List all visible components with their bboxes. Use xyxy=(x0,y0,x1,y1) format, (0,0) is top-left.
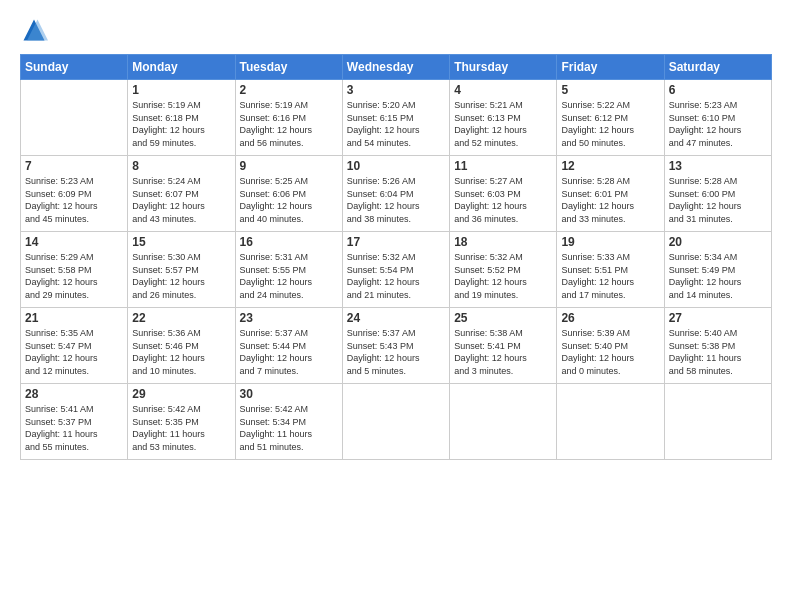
day-number: 10 xyxy=(347,159,445,173)
cell-content: Sunrise: 5:32 AM Sunset: 5:54 PM Dayligh… xyxy=(347,251,445,301)
calendar-cell: 19Sunrise: 5:33 AM Sunset: 5:51 PM Dayli… xyxy=(557,232,664,308)
calendar-week-row: 1Sunrise: 5:19 AM Sunset: 6:18 PM Daylig… xyxy=(21,80,772,156)
calendar-cell: 7Sunrise: 5:23 AM Sunset: 6:09 PM Daylig… xyxy=(21,156,128,232)
calendar-cell: 30Sunrise: 5:42 AM Sunset: 5:34 PM Dayli… xyxy=(235,384,342,460)
header xyxy=(20,16,772,44)
weekday-header: Thursday xyxy=(450,55,557,80)
logo-icon xyxy=(20,16,48,44)
cell-content: Sunrise: 5:39 AM Sunset: 5:40 PM Dayligh… xyxy=(561,327,659,377)
cell-content: Sunrise: 5:37 AM Sunset: 5:44 PM Dayligh… xyxy=(240,327,338,377)
weekday-header: Tuesday xyxy=(235,55,342,80)
cell-content: Sunrise: 5:20 AM Sunset: 6:15 PM Dayligh… xyxy=(347,99,445,149)
calendar-cell: 22Sunrise: 5:36 AM Sunset: 5:46 PM Dayli… xyxy=(128,308,235,384)
calendar-cell: 23Sunrise: 5:37 AM Sunset: 5:44 PM Dayli… xyxy=(235,308,342,384)
calendar-cell xyxy=(664,384,771,460)
weekday-header: Monday xyxy=(128,55,235,80)
cell-content: Sunrise: 5:38 AM Sunset: 5:41 PM Dayligh… xyxy=(454,327,552,377)
calendar-cell: 4Sunrise: 5:21 AM Sunset: 6:13 PM Daylig… xyxy=(450,80,557,156)
calendar-week-row: 7Sunrise: 5:23 AM Sunset: 6:09 PM Daylig… xyxy=(21,156,772,232)
day-number: 23 xyxy=(240,311,338,325)
cell-content: Sunrise: 5:35 AM Sunset: 5:47 PM Dayligh… xyxy=(25,327,123,377)
calendar-cell xyxy=(450,384,557,460)
calendar-cell: 18Sunrise: 5:32 AM Sunset: 5:52 PM Dayli… xyxy=(450,232,557,308)
calendar-table: SundayMondayTuesdayWednesdayThursdayFrid… xyxy=(20,54,772,460)
cell-content: Sunrise: 5:27 AM Sunset: 6:03 PM Dayligh… xyxy=(454,175,552,225)
cell-content: Sunrise: 5:19 AM Sunset: 6:16 PM Dayligh… xyxy=(240,99,338,149)
cell-content: Sunrise: 5:21 AM Sunset: 6:13 PM Dayligh… xyxy=(454,99,552,149)
cell-content: Sunrise: 5:30 AM Sunset: 5:57 PM Dayligh… xyxy=(132,251,230,301)
day-number: 30 xyxy=(240,387,338,401)
calendar-cell: 26Sunrise: 5:39 AM Sunset: 5:40 PM Dayli… xyxy=(557,308,664,384)
calendar-cell: 29Sunrise: 5:42 AM Sunset: 5:35 PM Dayli… xyxy=(128,384,235,460)
day-number: 15 xyxy=(132,235,230,249)
calendar-cell xyxy=(557,384,664,460)
calendar-cell: 1Sunrise: 5:19 AM Sunset: 6:18 PM Daylig… xyxy=(128,80,235,156)
cell-content: Sunrise: 5:29 AM Sunset: 5:58 PM Dayligh… xyxy=(25,251,123,301)
logo xyxy=(20,16,52,44)
calendar-cell: 8Sunrise: 5:24 AM Sunset: 6:07 PM Daylig… xyxy=(128,156,235,232)
cell-content: Sunrise: 5:41 AM Sunset: 5:37 PM Dayligh… xyxy=(25,403,123,453)
calendar-cell: 21Sunrise: 5:35 AM Sunset: 5:47 PM Dayli… xyxy=(21,308,128,384)
day-number: 4 xyxy=(454,83,552,97)
calendar-cell: 17Sunrise: 5:32 AM Sunset: 5:54 PM Dayli… xyxy=(342,232,449,308)
calendar-cell: 3Sunrise: 5:20 AM Sunset: 6:15 PM Daylig… xyxy=(342,80,449,156)
weekday-header: Saturday xyxy=(664,55,771,80)
day-number: 26 xyxy=(561,311,659,325)
cell-content: Sunrise: 5:32 AM Sunset: 5:52 PM Dayligh… xyxy=(454,251,552,301)
cell-content: Sunrise: 5:31 AM Sunset: 5:55 PM Dayligh… xyxy=(240,251,338,301)
day-number: 27 xyxy=(669,311,767,325)
calendar-cell xyxy=(342,384,449,460)
cell-content: Sunrise: 5:24 AM Sunset: 6:07 PM Dayligh… xyxy=(132,175,230,225)
calendar-cell: 9Sunrise: 5:25 AM Sunset: 6:06 PM Daylig… xyxy=(235,156,342,232)
cell-content: Sunrise: 5:36 AM Sunset: 5:46 PM Dayligh… xyxy=(132,327,230,377)
calendar-cell: 12Sunrise: 5:28 AM Sunset: 6:01 PM Dayli… xyxy=(557,156,664,232)
calendar-cell: 2Sunrise: 5:19 AM Sunset: 6:16 PM Daylig… xyxy=(235,80,342,156)
day-number: 2 xyxy=(240,83,338,97)
day-number: 25 xyxy=(454,311,552,325)
calendar-cell: 5Sunrise: 5:22 AM Sunset: 6:12 PM Daylig… xyxy=(557,80,664,156)
calendar-cell: 27Sunrise: 5:40 AM Sunset: 5:38 PM Dayli… xyxy=(664,308,771,384)
cell-content: Sunrise: 5:25 AM Sunset: 6:06 PM Dayligh… xyxy=(240,175,338,225)
cell-content: Sunrise: 5:19 AM Sunset: 6:18 PM Dayligh… xyxy=(132,99,230,149)
day-number: 5 xyxy=(561,83,659,97)
cell-content: Sunrise: 5:33 AM Sunset: 5:51 PM Dayligh… xyxy=(561,251,659,301)
calendar-cell: 25Sunrise: 5:38 AM Sunset: 5:41 PM Dayli… xyxy=(450,308,557,384)
calendar-cell: 11Sunrise: 5:27 AM Sunset: 6:03 PM Dayli… xyxy=(450,156,557,232)
day-number: 17 xyxy=(347,235,445,249)
day-number: 21 xyxy=(25,311,123,325)
calendar-cell: 24Sunrise: 5:37 AM Sunset: 5:43 PM Dayli… xyxy=(342,308,449,384)
page: SundayMondayTuesdayWednesdayThursdayFrid… xyxy=(0,0,792,612)
calendar-week-row: 14Sunrise: 5:29 AM Sunset: 5:58 PM Dayli… xyxy=(21,232,772,308)
day-number: 29 xyxy=(132,387,230,401)
day-number: 1 xyxy=(132,83,230,97)
calendar-cell: 28Sunrise: 5:41 AM Sunset: 5:37 PM Dayli… xyxy=(21,384,128,460)
calendar-header-row: SundayMondayTuesdayWednesdayThursdayFrid… xyxy=(21,55,772,80)
day-number: 19 xyxy=(561,235,659,249)
weekday-header: Friday xyxy=(557,55,664,80)
calendar-cell: 16Sunrise: 5:31 AM Sunset: 5:55 PM Dayli… xyxy=(235,232,342,308)
day-number: 18 xyxy=(454,235,552,249)
cell-content: Sunrise: 5:34 AM Sunset: 5:49 PM Dayligh… xyxy=(669,251,767,301)
cell-content: Sunrise: 5:23 AM Sunset: 6:10 PM Dayligh… xyxy=(669,99,767,149)
cell-content: Sunrise: 5:28 AM Sunset: 6:01 PM Dayligh… xyxy=(561,175,659,225)
day-number: 24 xyxy=(347,311,445,325)
cell-content: Sunrise: 5:42 AM Sunset: 5:34 PM Dayligh… xyxy=(240,403,338,453)
cell-content: Sunrise: 5:26 AM Sunset: 6:04 PM Dayligh… xyxy=(347,175,445,225)
day-number: 6 xyxy=(669,83,767,97)
calendar-cell: 6Sunrise: 5:23 AM Sunset: 6:10 PM Daylig… xyxy=(664,80,771,156)
cell-content: Sunrise: 5:37 AM Sunset: 5:43 PM Dayligh… xyxy=(347,327,445,377)
calendar-week-row: 21Sunrise: 5:35 AM Sunset: 5:47 PM Dayli… xyxy=(21,308,772,384)
day-number: 11 xyxy=(454,159,552,173)
cell-content: Sunrise: 5:40 AM Sunset: 5:38 PM Dayligh… xyxy=(669,327,767,377)
day-number: 7 xyxy=(25,159,123,173)
calendar-cell: 15Sunrise: 5:30 AM Sunset: 5:57 PM Dayli… xyxy=(128,232,235,308)
calendar-cell: 13Sunrise: 5:28 AM Sunset: 6:00 PM Dayli… xyxy=(664,156,771,232)
day-number: 9 xyxy=(240,159,338,173)
day-number: 8 xyxy=(132,159,230,173)
day-number: 12 xyxy=(561,159,659,173)
day-number: 16 xyxy=(240,235,338,249)
day-number: 14 xyxy=(25,235,123,249)
day-number: 3 xyxy=(347,83,445,97)
calendar-week-row: 28Sunrise: 5:41 AM Sunset: 5:37 PM Dayli… xyxy=(21,384,772,460)
cell-content: Sunrise: 5:42 AM Sunset: 5:35 PM Dayligh… xyxy=(132,403,230,453)
